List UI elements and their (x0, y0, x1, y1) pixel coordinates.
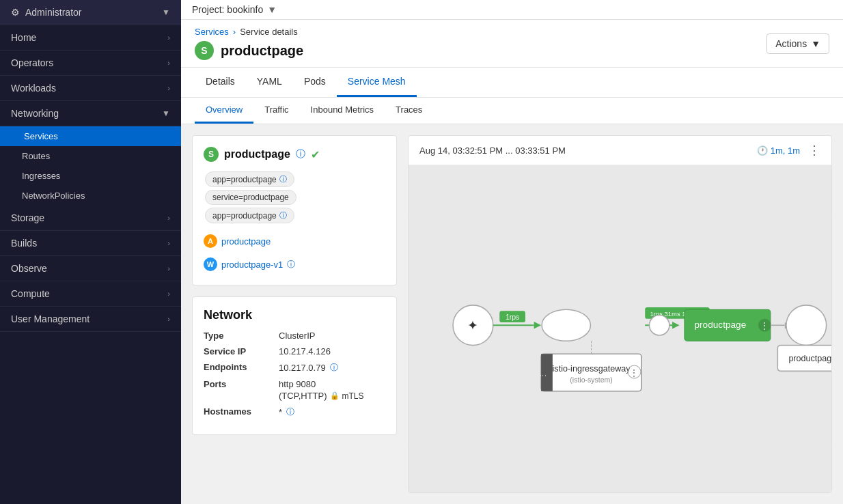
tab-yaml[interactable]: YAML (246, 68, 293, 97)
project-selector[interactable]: Project: bookinfo ▼ (192, 4, 277, 15)
sidebar-item-workloads[interactable]: Workloads › (0, 76, 181, 101)
sidebar-operators-label: Operators (11, 57, 167, 68)
label-service-productpage: service=productpage (205, 190, 296, 205)
graph-time-label: Aug 14, 03:32:51 PM ... 03:33:51 PM (419, 145, 566, 156)
sidebar-item-ingresses[interactable]: Ingresses (0, 166, 181, 186)
node-productpage-v1-circle (786, 305, 827, 346)
link-w-info-icon[interactable]: ⓘ (287, 259, 295, 270)
graph-time-ctrl-label: 1m, 1m (771, 145, 800, 156)
graph-area: ✦ 1rps istio-ingressgateway (istio-syste… (409, 165, 831, 492)
hostnames-info-icon[interactable]: ⓘ (286, 406, 294, 418)
network-type-label: Type (204, 331, 279, 341)
service-labels: app=productpage ⓘ service=productpage ap… (204, 170, 385, 225)
service-card: S productpage ⓘ ✔ app=productpage ⓘ serv… (192, 135, 397, 285)
compute-chevron-icon: › (167, 290, 170, 298)
sidebar-item-networkpolicies[interactable]: NetworkPolicies (0, 186, 181, 206)
sidebar-networkpolicies-label: NetworkPolicies (22, 191, 170, 201)
actions-chevron-icon: ▼ (811, 38, 820, 49)
graph-more-button[interactable]: ⋮ (808, 143, 820, 158)
breadcrumb-separator: › (233, 27, 236, 37)
service-status-icon: ✔ (311, 148, 320, 161)
label-info-icon-2[interactable]: ⓘ (279, 210, 287, 221)
page-title-row: S productpage (195, 41, 303, 60)
storage-chevron-icon: › (167, 214, 170, 222)
link-productpage-a[interactable]: A productpage (204, 234, 385, 248)
sidebar-item-builds[interactable]: Builds › (0, 231, 181, 256)
label-app-productpage-2: app=productpage ⓘ (205, 208, 294, 223)
clock-icon: 🕐 (757, 145, 768, 156)
node-gateway-label: istio-ingressgateway (553, 364, 631, 374)
link-a-label: productpage (221, 236, 271, 247)
network-ports-row: Ports http 9080 (TCP,HTTP) 🔒 mTLS (204, 379, 385, 401)
graph-panel: Aug 14, 03:32:51 PM ... 03:33:51 PM 🕐 1m… (408, 135, 832, 493)
graph-header: Aug 14, 03:32:51 PM ... 03:33:51 PM 🕐 1m… (409, 136, 831, 165)
sidebar-item-networking[interactable]: Networking ▼ (0, 101, 181, 126)
network-card: Network Type ClusterIP Service IP 10.217… (192, 296, 397, 435)
sidebar-item-operators[interactable]: Operators › (0, 51, 181, 76)
page-title: productpage (221, 43, 303, 59)
left-panel: S productpage ⓘ ✔ app=productpage ⓘ serv… (192, 135, 397, 493)
sidebar-builds-label: Builds (11, 238, 167, 249)
sidebar: ⚙ Administrator ▼ Home › Operators › Wor… (0, 0, 181, 504)
link-w-icon: W (204, 257, 217, 271)
service-card-icon: S (204, 147, 219, 162)
network-serviceip-label: Service IP (204, 346, 279, 356)
sidebar-item-compute[interactable]: Compute › (0, 281, 181, 307)
network-endpoints-label: Endpoints (204, 362, 279, 374)
edge-label-1: 1rps (506, 313, 519, 321)
sidebar-item-user-management[interactable]: User Management › (0, 307, 181, 332)
network-hostnames-value: * ⓘ (279, 406, 294, 418)
network-type-value: ClusterIP (279, 331, 315, 341)
sidebar-item-observe[interactable]: Observe › (0, 256, 181, 281)
network-type-row: Type ClusterIP (204, 331, 385, 341)
actions-label: Actions (775, 38, 807, 49)
tab-traces[interactable]: Traces (385, 98, 433, 124)
primary-tabs: Details YAML Pods Service Mesh (181, 68, 843, 98)
observe-chevron-icon: › (167, 264, 170, 272)
sidebar-storage-label: Storage (11, 212, 167, 223)
sidebar-admin[interactable]: ⚙ Administrator ▼ (0, 0, 181, 25)
content-panels: S productpage ⓘ ✔ app=productpage ⓘ serv… (181, 124, 843, 504)
node-productpage-v1-label: productpage-v1 (788, 354, 831, 363)
breadcrumb-services[interactable]: Services (195, 27, 229, 37)
tab-overview[interactable]: Overview (195, 98, 253, 124)
page-header: Services › Service details S productpage… (181, 20, 843, 68)
network-hostnames-row: Hostnames * ⓘ (204, 406, 385, 418)
breadcrumb: Services › Service details (195, 27, 303, 37)
tab-inbound-metrics[interactable]: Inbound Metrics (300, 98, 385, 124)
label-info-icon-1[interactable]: ⓘ (279, 174, 287, 184)
sidebar-item-home[interactable]: Home › (0, 25, 181, 51)
service-card-title: S productpage ⓘ ✔ (204, 147, 385, 162)
network-ports-label: Ports (204, 379, 279, 401)
tab-traffic[interactable]: Traffic (253, 98, 299, 124)
tab-pods[interactable]: Pods (293, 68, 337, 97)
sidebar-services-label: Services (24, 131, 170, 141)
tab-details[interactable]: Details (195, 68, 246, 97)
network-serviceip-row: Service IP 10.217.4.126 (204, 346, 385, 356)
sidebar-admin-label: Administrator (25, 7, 162, 18)
network-endpoints-value: 10.217.0.79 ⓘ (279, 362, 338, 374)
gateway-menu-icon: ⋮ (630, 369, 638, 377)
sidebar-item-storage[interactable]: Storage › (0, 206, 181, 231)
user-mgmt-chevron-icon: › (167, 315, 170, 323)
sidebar-user-mgmt-label: User Management (11, 313, 167, 324)
main-content: Project: bookinfo ▼ Services › Service d… (181, 0, 843, 504)
service-info-icon[interactable]: ⓘ (296, 148, 305, 160)
endpoints-info-icon[interactable]: ⓘ (330, 362, 338, 374)
tab-service-mesh[interactable]: Service Mesh (337, 68, 417, 97)
productpage-menu-icon: ⋮ (760, 322, 769, 331)
node-gateway-shape (542, 309, 590, 341)
sidebar-item-routes[interactable]: Routes (0, 146, 181, 166)
actions-button[interactable]: Actions ▼ (766, 33, 829, 54)
sidebar-home-label: Home (11, 32, 167, 43)
link-productpage-w[interactable]: W productpage-v1 ⓘ (204, 257, 385, 271)
network-serviceip-value: 10.217.4.126 (279, 346, 331, 356)
network-title: Network (204, 308, 385, 322)
sidebar-item-services[interactable]: Services (0, 126, 181, 146)
service-header-icon: S (195, 41, 214, 60)
sidebar-routes-label: Routes (22, 151, 170, 161)
breadcrumb-current: Service details (240, 27, 298, 37)
graph-time-control[interactable]: 🕐 1m, 1m (757, 145, 800, 156)
sidebar-networking-label: Networking (11, 108, 162, 119)
sidebar-ingresses-label: Ingresses (22, 171, 170, 181)
